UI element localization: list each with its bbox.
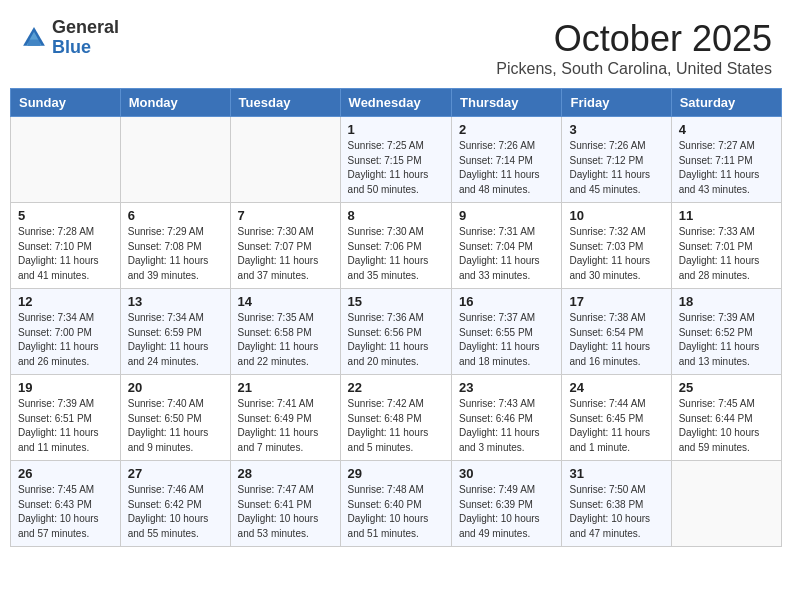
calendar-header-row: Sunday Monday Tuesday Wednesday Thursday… [11, 89, 782, 117]
col-friday: Friday [562, 89, 671, 117]
day-info: Sunrise: 7:43 AMSunset: 6:46 PMDaylight:… [459, 397, 554, 455]
calendar-cell: 28Sunrise: 7:47 AMSunset: 6:41 PMDayligh… [230, 461, 340, 547]
day-number: 21 [238, 380, 333, 395]
calendar-cell: 10Sunrise: 7:32 AMSunset: 7:03 PMDayligh… [562, 203, 671, 289]
calendar-cell: 15Sunrise: 7:36 AMSunset: 6:56 PMDayligh… [340, 289, 451, 375]
day-info: Sunrise: 7:30 AMSunset: 7:06 PMDaylight:… [348, 225, 444, 283]
calendar-week-4: 19Sunrise: 7:39 AMSunset: 6:51 PMDayligh… [11, 375, 782, 461]
calendar-cell: 21Sunrise: 7:41 AMSunset: 6:49 PMDayligh… [230, 375, 340, 461]
logo: General Blue [20, 18, 119, 58]
day-info: Sunrise: 7:28 AMSunset: 7:10 PMDaylight:… [18, 225, 113, 283]
day-number: 19 [18, 380, 113, 395]
day-info: Sunrise: 7:34 AMSunset: 7:00 PMDaylight:… [18, 311, 113, 369]
calendar-cell: 27Sunrise: 7:46 AMSunset: 6:42 PMDayligh… [120, 461, 230, 547]
calendar-week-2: 5Sunrise: 7:28 AMSunset: 7:10 PMDaylight… [11, 203, 782, 289]
day-info: Sunrise: 7:35 AMSunset: 6:58 PMDaylight:… [238, 311, 333, 369]
day-info: Sunrise: 7:41 AMSunset: 6:49 PMDaylight:… [238, 397, 333, 455]
day-info: Sunrise: 7:46 AMSunset: 6:42 PMDaylight:… [128, 483, 223, 541]
day-number: 5 [18, 208, 113, 223]
calendar-cell [11, 117, 121, 203]
col-monday: Monday [120, 89, 230, 117]
day-number: 11 [679, 208, 774, 223]
calendar-cell: 19Sunrise: 7:39 AMSunset: 6:51 PMDayligh… [11, 375, 121, 461]
day-number: 29 [348, 466, 444, 481]
calendar-cell [671, 461, 781, 547]
calendar-cell: 30Sunrise: 7:49 AMSunset: 6:39 PMDayligh… [452, 461, 562, 547]
calendar-cell: 12Sunrise: 7:34 AMSunset: 7:00 PMDayligh… [11, 289, 121, 375]
day-number: 24 [569, 380, 663, 395]
calendar-cell: 3Sunrise: 7:26 AMSunset: 7:12 PMDaylight… [562, 117, 671, 203]
day-info: Sunrise: 7:36 AMSunset: 6:56 PMDaylight:… [348, 311, 444, 369]
day-number: 9 [459, 208, 554, 223]
calendar-cell: 24Sunrise: 7:44 AMSunset: 6:45 PMDayligh… [562, 375, 671, 461]
calendar-cell: 2Sunrise: 7:26 AMSunset: 7:14 PMDaylight… [452, 117, 562, 203]
col-tuesday: Tuesday [230, 89, 340, 117]
calendar-cell: 4Sunrise: 7:27 AMSunset: 7:11 PMDaylight… [671, 117, 781, 203]
calendar-cell: 16Sunrise: 7:37 AMSunset: 6:55 PMDayligh… [452, 289, 562, 375]
svg-rect-2 [28, 39, 40, 45]
col-sunday: Sunday [11, 89, 121, 117]
logo-text: General Blue [52, 18, 119, 58]
logo-general-text: General [52, 17, 119, 37]
day-number: 13 [128, 294, 223, 309]
day-info: Sunrise: 7:33 AMSunset: 7:01 PMDaylight:… [679, 225, 774, 283]
calendar-cell: 1Sunrise: 7:25 AMSunset: 7:15 PMDaylight… [340, 117, 451, 203]
day-info: Sunrise: 7:26 AMSunset: 7:12 PMDaylight:… [569, 139, 663, 197]
day-number: 22 [348, 380, 444, 395]
day-number: 18 [679, 294, 774, 309]
day-info: Sunrise: 7:37 AMSunset: 6:55 PMDaylight:… [459, 311, 554, 369]
calendar-cell: 23Sunrise: 7:43 AMSunset: 6:46 PMDayligh… [452, 375, 562, 461]
day-info: Sunrise: 7:26 AMSunset: 7:14 PMDaylight:… [459, 139, 554, 197]
day-info: Sunrise: 7:34 AMSunset: 6:59 PMDaylight:… [128, 311, 223, 369]
day-number: 6 [128, 208, 223, 223]
col-saturday: Saturday [671, 89, 781, 117]
col-thursday: Thursday [452, 89, 562, 117]
day-number: 1 [348, 122, 444, 137]
calendar-cell: 17Sunrise: 7:38 AMSunset: 6:54 PMDayligh… [562, 289, 671, 375]
day-number: 30 [459, 466, 554, 481]
day-info: Sunrise: 7:45 AMSunset: 6:44 PMDaylight:… [679, 397, 774, 455]
calendar-cell: 13Sunrise: 7:34 AMSunset: 6:59 PMDayligh… [120, 289, 230, 375]
day-number: 3 [569, 122, 663, 137]
day-info: Sunrise: 7:47 AMSunset: 6:41 PMDaylight:… [238, 483, 333, 541]
calendar-cell: 8Sunrise: 7:30 AMSunset: 7:06 PMDaylight… [340, 203, 451, 289]
calendar-cell: 26Sunrise: 7:45 AMSunset: 6:43 PMDayligh… [11, 461, 121, 547]
day-number: 20 [128, 380, 223, 395]
day-number: 2 [459, 122, 554, 137]
logo-blue-text: Blue [52, 37, 91, 57]
day-info: Sunrise: 7:39 AMSunset: 6:51 PMDaylight:… [18, 397, 113, 455]
day-info: Sunrise: 7:29 AMSunset: 7:08 PMDaylight:… [128, 225, 223, 283]
day-info: Sunrise: 7:40 AMSunset: 6:50 PMDaylight:… [128, 397, 223, 455]
calendar-cell [230, 117, 340, 203]
day-number: 25 [679, 380, 774, 395]
calendar-week-3: 12Sunrise: 7:34 AMSunset: 7:00 PMDayligh… [11, 289, 782, 375]
calendar-cell: 25Sunrise: 7:45 AMSunset: 6:44 PMDayligh… [671, 375, 781, 461]
day-number: 31 [569, 466, 663, 481]
day-number: 4 [679, 122, 774, 137]
day-number: 7 [238, 208, 333, 223]
day-number: 27 [128, 466, 223, 481]
day-number: 15 [348, 294, 444, 309]
calendar-cell: 7Sunrise: 7:30 AMSunset: 7:07 PMDaylight… [230, 203, 340, 289]
calendar-wrapper: Sunday Monday Tuesday Wednesday Thursday… [0, 88, 792, 557]
day-number: 26 [18, 466, 113, 481]
day-info: Sunrise: 7:49 AMSunset: 6:39 PMDaylight:… [459, 483, 554, 541]
day-info: Sunrise: 7:30 AMSunset: 7:07 PMDaylight:… [238, 225, 333, 283]
calendar-cell: 22Sunrise: 7:42 AMSunset: 6:48 PMDayligh… [340, 375, 451, 461]
logo-icon [20, 24, 48, 52]
day-info: Sunrise: 7:44 AMSunset: 6:45 PMDaylight:… [569, 397, 663, 455]
day-info: Sunrise: 7:39 AMSunset: 6:52 PMDaylight:… [679, 311, 774, 369]
day-number: 16 [459, 294, 554, 309]
calendar-cell: 5Sunrise: 7:28 AMSunset: 7:10 PMDaylight… [11, 203, 121, 289]
page-header: General Blue October 2025 Pickens, South… [0, 0, 792, 88]
calendar-cell: 9Sunrise: 7:31 AMSunset: 7:04 PMDaylight… [452, 203, 562, 289]
calendar-cell: 20Sunrise: 7:40 AMSunset: 6:50 PMDayligh… [120, 375, 230, 461]
day-info: Sunrise: 7:25 AMSunset: 7:15 PMDaylight:… [348, 139, 444, 197]
day-number: 28 [238, 466, 333, 481]
col-wednesday: Wednesday [340, 89, 451, 117]
calendar-week-1: 1Sunrise: 7:25 AMSunset: 7:15 PMDaylight… [11, 117, 782, 203]
calendar-cell: 29Sunrise: 7:48 AMSunset: 6:40 PMDayligh… [340, 461, 451, 547]
day-info: Sunrise: 7:38 AMSunset: 6:54 PMDaylight:… [569, 311, 663, 369]
calendar-week-5: 26Sunrise: 7:45 AMSunset: 6:43 PMDayligh… [11, 461, 782, 547]
title-block: October 2025 Pickens, South Carolina, Un… [496, 18, 772, 78]
